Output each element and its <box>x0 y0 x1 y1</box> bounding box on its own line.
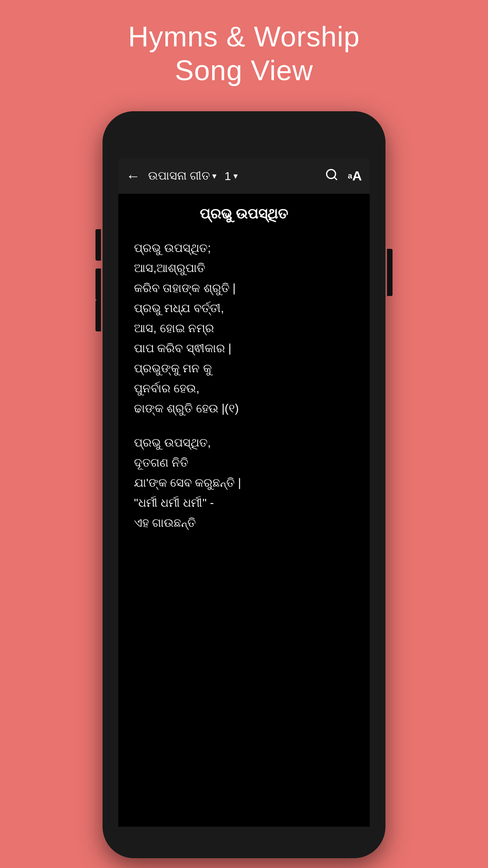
song-verse-2: ପ୍ରଭୁ ଉପସ୍ଥିତ, ଦୂତଗଣ ନିତି ଯା'ଙ୍କ ସେବ କରୁ… <box>134 432 354 533</box>
page-title: Hymns & Worship Song View <box>128 0 360 88</box>
category-label: ଉପାସନା ଗୀତ <box>148 169 210 183</box>
song-content: ପ୍ରଭୁ ଉପସ୍ଥିତ ପ୍ରଭୁ ଉପସ୍ଥିତ; ଆସ,ଆଶ୍ରୁପାତ… <box>118 194 370 827</box>
category-dropdown-icon[interactable]: ▾ <box>212 171 216 181</box>
phone-top-bezel <box>103 111 385 158</box>
back-button[interactable]: ← <box>126 168 140 184</box>
big-a-icon: A <box>352 168 362 184</box>
phone-screen: ← ଉପାସନା ଗୀତ ▾ 1 ▾ aA ପ୍ରଭୁ ଉପସ୍ଥିତ <box>118 158 370 827</box>
small-a-icon: a <box>348 171 352 180</box>
font-size-button[interactable]: aA <box>348 168 362 184</box>
song-verse-1: ପ୍ରଭୁ ଉପସ୍ଥିତ; ଆସ,ଆଶ୍ରୁପାତି କରିବ ତାହାଙ୍କ… <box>134 238 354 418</box>
svg-line-1 <box>334 177 337 179</box>
search-button[interactable] <box>325 168 338 184</box>
song-title: ପ୍ରଭୁ ଉପସ୍ଥିତ <box>134 206 354 222</box>
number-dropdown-icon[interactable]: ▾ <box>233 171 238 181</box>
toolbar-category[interactable]: ଉପାସନା ଗୀତ ▾ <box>148 169 216 183</box>
phone-frame: ← ଉପାସନା ଗୀତ ▾ 1 ▾ aA ପ୍ରଭୁ ଉପସ୍ଥିତ <box>103 111 385 858</box>
toolbar-number[interactable]: 1 ▾ <box>224 169 238 183</box>
number-label: 1 <box>224 169 231 183</box>
toolbar: ← ଉପାସନା ଗୀତ ▾ 1 ▾ aA <box>118 158 370 194</box>
